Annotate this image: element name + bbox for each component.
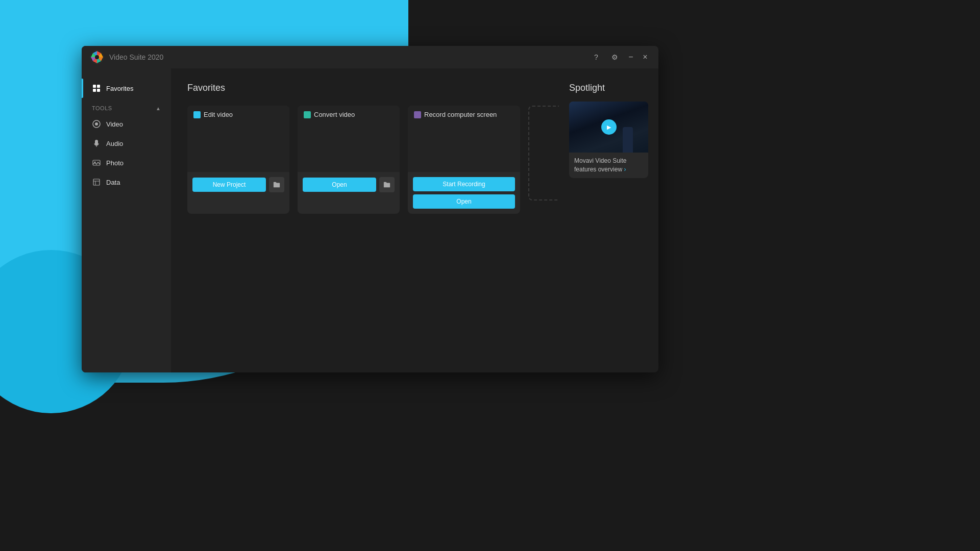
data-label: Data: [106, 179, 120, 186]
record-screen-tag: [414, 111, 421, 118]
chevron-up-icon: ▲: [156, 106, 161, 111]
video-icon: [92, 119, 101, 129]
svg-point-7: [95, 122, 98, 126]
edit-video-title: Edit video: [204, 111, 233, 119]
play-button[interactable]: ▶: [601, 119, 617, 135]
edit-video-open-folder-button[interactable]: [269, 177, 284, 192]
settings-button[interactable]: ⚙: [607, 50, 622, 64]
convert-video-footer: Open: [298, 172, 400, 197]
convert-open-button[interactable]: Open: [303, 178, 376, 192]
audio-label: Audio: [106, 140, 123, 147]
spotlight-panel: Spotlight ▶ Movavi Video Suite features …: [559, 68, 658, 372]
convert-video-card: Convert video Open: [298, 106, 400, 214]
svg-rect-5: [97, 89, 100, 92]
data-icon: [92, 178, 101, 187]
sidebar-item-favorites[interactable]: Favorites: [82, 79, 171, 98]
convert-video-tag: [304, 111, 311, 118]
close-button[interactable]: ×: [640, 52, 650, 62]
edit-video-card: Edit video New Project: [187, 106, 289, 214]
record-screen-footer: Start Recording Open: [408, 172, 520, 214]
svg-rect-3: [97, 85, 100, 88]
edit-video-footer: New Project: [187, 172, 289, 197]
spotlight-link[interactable]: ›: [624, 166, 626, 173]
add-card-button[interactable]: +: [528, 106, 559, 201]
titlebar-left: Video Suite 2020: [90, 50, 163, 64]
record-screen-card: Record computer screen Start Recording O…: [408, 106, 520, 214]
convert-open-folder-button[interactable]: [379, 177, 395, 192]
app-logo: [90, 50, 104, 64]
photo-icon: [92, 158, 101, 167]
convert-video-title: Convert video: [314, 111, 355, 119]
spotlight-thumbnail: ▶: [569, 102, 648, 153]
app-window: Video Suite 2020 ? ⚙ − ×: [82, 46, 658, 372]
edit-video-header: Edit video: [187, 106, 289, 172]
audio-icon: [92, 139, 101, 148]
titlebar: Video Suite 2020 ? ⚙ − ×: [82, 46, 658, 68]
sidebar-item-audio[interactable]: Audio: [82, 134, 171, 153]
sidebar-item-video[interactable]: Video: [82, 114, 171, 134]
photo-label: Photo: [106, 159, 124, 167]
tools-label: TOOLS: [92, 105, 112, 111]
svg-rect-11: [93, 179, 100, 185]
record-screen-title: Record computer screen: [424, 111, 497, 119]
grid-icon: [92, 84, 101, 93]
minimize-button[interactable]: −: [626, 52, 636, 62]
spotlight-card[interactable]: ▶ Movavi Video Suite features overview ›: [569, 102, 648, 178]
tools-section: TOOLS ▲: [82, 98, 171, 114]
main-panel: Favorites Edit video New Project: [171, 68, 559, 372]
spotlight-title: Spotlight: [569, 83, 648, 93]
titlebar-controls: ? ⚙ − ×: [589, 50, 650, 64]
svg-rect-4: [93, 89, 96, 92]
favorites-title: Favorites: [187, 83, 543, 93]
start-recording-button[interactable]: Start Recording: [413, 177, 515, 191]
svg-rect-2: [93, 85, 96, 88]
new-project-button[interactable]: New Project: [192, 178, 266, 192]
record-open-button[interactable]: Open: [413, 194, 515, 209]
sidebar-item-data[interactable]: Data: [82, 172, 171, 192]
sidebar-item-photo[interactable]: Photo: [82, 153, 171, 172]
video-label: Video: [106, 120, 123, 128]
convert-video-header: Convert video: [298, 106, 400, 172]
record-screen-header: Record computer screen: [408, 106, 520, 172]
cards-row: Edit video New Project: [187, 106, 543, 214]
svg-point-1: [95, 55, 99, 59]
edit-video-tag: [193, 111, 201, 118]
content-area: Favorites TOOLS ▲ Video: [82, 68, 658, 372]
sidebar: Favorites TOOLS ▲ Video: [82, 68, 171, 372]
app-title: Video Suite 2020: [109, 53, 163, 61]
sidebar-favorites-label: Favorites: [106, 85, 133, 92]
help-button[interactable]: ?: [589, 50, 603, 64]
spotlight-video-title: Movavi Video Suite features overview ›: [569, 153, 648, 178]
